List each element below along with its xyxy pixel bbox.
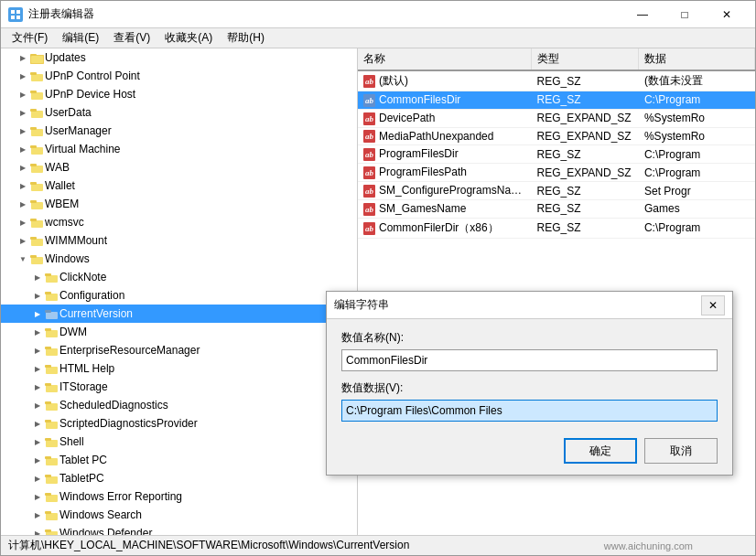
expand-icon-wab[interactable]: ▶ [16,158,30,176]
expand-icon-itstorage[interactable]: ▶ [30,378,45,396]
maximize-button[interactable]: □ [664,1,706,28]
menu-edit[interactable]: 编辑(E) [55,28,106,48]
table-row[interactable]: ab(默认) REG_SZ (数值未没置 [358,70,755,91]
table-row[interactable]: abSM_ConfigureProgramsName REG_SZ Set Pr… [358,182,755,200]
tree-item-windows[interactable]: ▼ Windows [1,250,357,268]
expand-icon-currentversion[interactable]: ▶ [30,305,45,323]
expand-icon-windows[interactable]: ▼ [16,250,30,268]
expand-icon-usermanager[interactable]: ▶ [16,122,30,140]
dialog-cancel-button[interactable]: 取消 [644,438,718,464]
tree-item-upnp-device[interactable]: ▶ UPnP Device Host [1,85,357,103]
close-button[interactable]: ✕ [706,1,748,28]
tree-item-wimmount[interactable]: ▶ WIMMMount [1,231,357,250]
tree-item-configuration[interactable]: ▶ Configuration [1,286,357,305]
expand-icon-windows-error-reporting[interactable]: ▶ [30,487,45,506]
tree-item-shell[interactable]: ▶ Shell [1,433,357,451]
svg-rect-53 [45,475,51,477]
col-type[interactable]: 类型 [532,48,639,70]
menu-file[interactable]: 文件(F) [5,28,55,48]
dialog-name-input[interactable] [341,349,718,371]
expand-icon-scripteddiagnosticsprovider[interactable]: ▶ [30,414,45,433]
tree-item-clicknote[interactable]: ▶ ClickNote [1,268,357,286]
table-row[interactable]: abCommonFilerDir（x86） REG_SZ C:\Program [358,218,755,238]
tree-item-updates[interactable]: ▶ Updates [1,48,357,67]
expand-icon-wimmount[interactable]: ▶ [16,231,30,250]
tree-item-virtual-machine[interactable]: ▶ Virtual Machine [1,140,357,158]
expand-icon-clicknote[interactable]: ▶ [30,268,45,286]
expand-icon-enterprise[interactable]: ▶ [30,341,45,359]
table-row[interactable]: abSM_GamesName REG_SZ Games [358,199,755,218]
tree-item-dwm[interactable]: ▶ DWM [1,323,357,341]
svg-rect-38 [46,348,58,356]
expand-icon-tablet-pc[interactable]: ▶ [30,451,45,469]
svg-rect-49 [45,438,51,441]
menu-view[interactable]: 查看(V) [106,28,157,48]
expand-icon-dwm[interactable]: ▶ [30,323,45,341]
tree-item-windows-defender[interactable]: ▶ Windows Defender [1,524,357,535]
tree-item-htmlhelp[interactable]: ▶ HTML Help [1,359,357,378]
folder-icon-wab [30,162,45,174]
folder-icon-wbem [30,198,45,210]
tree-item-wcmsvc[interactable]: ▶ wcmsvc [1,213,357,231]
table-row[interactable]: abMediaPathUnexpanded REG_EXPAND_SZ %Sys… [358,127,755,145]
tree-label-userdata: UserData [45,106,92,119]
tree-item-enterpriseresourcemanager[interactable]: ▶ EnterpriseResourceManager [1,341,357,359]
tree-item-usermanager[interactable]: ▶ UserManager [1,122,357,140]
col-data[interactable]: 数据 [639,48,755,70]
menu-help[interactable]: 帮助(H) [220,28,272,48]
tree-item-upnp-control[interactable]: ▶ UPnP Control Point [1,67,357,85]
expand-icon-userdata[interactable]: ▶ [16,103,30,122]
folder-icon-updates [30,52,45,64]
tree-panel[interactable]: ▶ Updates ▶ UPnP Control Point ▶ UPnP De… [1,48,358,535]
expand-icon-virtual-machine[interactable]: ▶ [16,140,30,158]
expand-icon-updates[interactable]: ▶ [16,48,30,67]
tree-item-windows-search[interactable]: ▶ Windows Search [1,506,357,524]
svg-rect-11 [30,91,37,93]
dialog-ok-button[interactable]: 确定 [564,438,637,464]
svg-rect-9 [30,72,37,75]
table-row[interactable]: abCommonFilesDir REG_SZ C:\Program [358,91,755,110]
minimize-button[interactable]: — [621,1,664,28]
expand-icon-configuration[interactable]: ▶ [30,286,45,305]
title-bar: 注册表编辑器 — □ ✕ [1,1,755,28]
expand-icon-upnp-control[interactable]: ▶ [16,67,30,85]
tree-item-scheduleddiagnostics[interactable]: ▶ ScheduledDiagnostics [1,396,357,414]
dialog-data-input[interactable] [341,400,718,422]
row-data: C:\Program [639,164,755,182]
tree-item-wbem[interactable]: ▶ WBEM [1,195,357,213]
table-row[interactable]: abDevicePath REG_EXPAND_SZ %SystemRo [358,109,755,127]
table-row[interactable]: abProgramFilesPath REG_EXPAND_SZ C:\Prog… [358,164,755,182]
expand-icon-shell[interactable]: ▶ [30,433,45,451]
table-row[interactable]: abProgramFilesDir REG_SZ C:\Program [358,145,755,164]
expand-icon-upnp-device[interactable]: ▶ [16,85,30,103]
expand-icon-tabletpc[interactable]: ▶ [30,469,45,487]
tree-item-scripteddiagnosticsprovider[interactable]: ▶ ScriptedDiagnosticsProvider [1,414,357,433]
svg-rect-24 [31,220,43,228]
tree-item-tabletpc[interactable]: ▶ TabletPC [1,469,357,487]
row-data: %SystemRo [639,109,755,127]
tree-item-wallet[interactable]: ▶ Wallet [1,176,357,195]
tree-label-windows-search: Windows Search [59,508,142,521]
svg-rect-41 [45,365,51,368]
expand-icon-wallet[interactable]: ▶ [16,176,30,195]
tree-item-tablet-pc[interactable]: ▶ Tablet PC [1,451,357,469]
expand-icon-htmlhelp[interactable]: ▶ [30,359,45,378]
tree-item-wab[interactable]: ▶ WAB [1,158,357,176]
expand-icon-wcmsvc[interactable]: ▶ [16,213,30,231]
svg-rect-12 [31,111,43,118]
menu-favorites[interactable]: 收藏夹(A) [157,28,220,48]
tree-item-currentversion[interactable]: ▶ CurrentVersion [1,305,357,323]
row-type: REG_SZ [532,199,639,218]
svg-rect-18 [31,166,43,173]
tree-item-windows-error-reporting[interactable]: ▶ Windows Error Reporting [1,487,357,506]
expand-icon-windows-search[interactable]: ▶ [30,506,45,524]
folder-icon-enterprise [45,345,59,357]
svg-rect-7 [31,56,43,63]
tree-item-userdata[interactable]: ▶ UserData [1,103,357,122]
expand-icon-windows-defender[interactable]: ▶ [30,524,45,535]
expand-icon-scheduleddiagnostics[interactable]: ▶ [30,396,45,414]
tree-item-itstorage[interactable]: ▶ ITStorage [1,378,357,396]
expand-icon-wbem[interactable]: ▶ [16,195,30,213]
col-name[interactable]: 名称 [358,48,532,70]
dialog-close-button[interactable]: ✕ [701,295,725,315]
